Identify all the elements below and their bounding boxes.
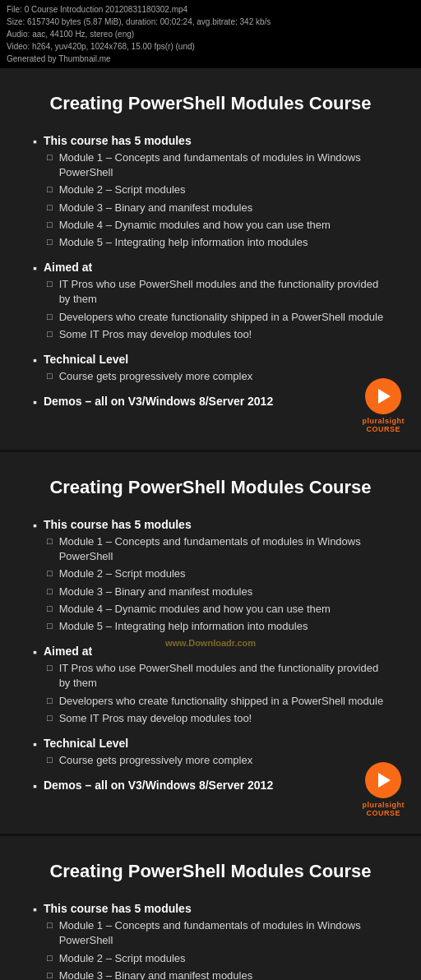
section-2-sublist: □IT Pros who use PowerShell modules and … — [44, 277, 388, 342]
list-item: □IT Pros who use PowerShell modules and … — [47, 661, 388, 691]
list-item-text: Module 4 – Dynamic modules and how you c… — [59, 602, 388, 617]
list-item: □Some IT Pros may develop modules too! — [47, 711, 388, 726]
slide-3-bullet-list: ▪This course has 5 modules□Module 1 – Co… — [33, 902, 388, 980]
section-3-label: Technical Level — [44, 737, 388, 750]
list-item: □Module 4 – Dynamic modules and how you … — [47, 602, 388, 617]
list-item: □Module 3 – Binary and manifest modules — [47, 968, 388, 980]
slides-container: Creating PowerShell Modules Course▪This … — [0, 68, 421, 980]
bullet-marker-icon: ▪ — [33, 135, 37, 148]
section-3-sublist: □Course gets progressively more complex — [44, 753, 388, 768]
list-item-text: Module 1 – Concepts and fundamentals of … — [59, 534, 388, 564]
list-item-text: Course gets progressively more complex — [59, 369, 388, 384]
section-3-content: Technical Level□Course gets progressivel… — [44, 353, 388, 386]
section-3-sublist: □Course gets progressively more complex — [44, 369, 388, 384]
sub-bullet-icon: □ — [47, 713, 53, 723]
top-bar-line2: Size: 6157340 bytes (5.87 MiB), duration… — [7, 16, 414, 28]
section-4-label: Demos – all on V3/Windows 8/Server 2012 — [44, 779, 388, 792]
section-1-content: This course has 5 modules□Module 1 – Con… — [44, 518, 388, 636]
top-bar: File: 0 Course Introduction 201208311803… — [0, 0, 421, 68]
list-item: □Module 2 – Script modules — [47, 951, 388, 966]
bullet-marker-icon: ▪ — [33, 395, 37, 409]
section-1-label: This course has 5 modules — [44, 518, 388, 531]
bullet-marker-icon: ▪ — [33, 354, 37, 367]
sub-bullet-icon: □ — [47, 621, 53, 631]
list-item: □Module 3 – Binary and manifest modules — [47, 585, 388, 599]
pluralsight-text: pluralsightCOURSE — [362, 417, 405, 433]
slide-2-title: Creating PowerShell Modules Course — [33, 477, 388, 498]
slide-2-bullet-list: ▪This course has 5 modules□Module 1 – Co… — [33, 518, 388, 793]
pluralsight-logo: pluralsightCOURSE — [362, 762, 405, 817]
pluralsight-text: pluralsightCOURSE — [362, 801, 405, 817]
pluralsight-logo: pluralsightCOURSE — [362, 378, 405, 433]
list-item: □Developers who create functionality shi… — [47, 310, 388, 325]
list-item-text: Module 3 – Binary and manifest modules — [59, 201, 388, 215]
list-item-text: Module 5 – Integrating help information … — [59, 619, 388, 634]
list-item-text: IT Pros who use PowerShell modules and t… — [59, 277, 388, 307]
section-2-content: Aimed at□IT Pros who use PowerShell modu… — [44, 645, 388, 728]
list-item: □Module 4 – Dynamic modules and how you … — [47, 218, 388, 233]
list-item: □Course gets progressively more complex — [47, 369, 388, 384]
list-item: □Module 3 – Binary and manifest modules — [47, 201, 388, 215]
list-item-text: Module 2 – Script modules — [59, 951, 388, 966]
sub-bullet-icon: □ — [47, 755, 53, 765]
section-1-label: This course has 5 modules — [44, 134, 388, 147]
slide-3-title: Creating PowerShell Modules Course — [33, 861, 388, 882]
slide-1-section-3: ▪Technical Level□Course gets progressive… — [33, 353, 388, 386]
slide-2: Creating PowerShell Modules Course▪This … — [0, 452, 421, 836]
list-item-text: Course gets progressively more complex — [59, 753, 388, 768]
list-item: □Module 1 – Concepts and fundamentals of… — [47, 918, 388, 948]
list-item-text: Module 3 – Binary and manifest modules — [59, 968, 388, 980]
list-item-text: IT Pros who use PowerShell modules and t… — [59, 661, 388, 691]
list-item-text: Some IT Pros may develop modules too! — [59, 327, 388, 342]
section-1-label: This course has 5 modules — [44, 902, 388, 915]
list-item-text: Module 1 – Concepts and fundamentals of … — [59, 150, 388, 180]
sub-bullet-icon: □ — [47, 568, 53, 578]
section-3-label: Technical Level — [44, 353, 388, 366]
sub-bullet-icon: □ — [47, 536, 53, 546]
section-1-sublist: □Module 1 – Concepts and fundamentals of… — [44, 918, 388, 980]
bullet-marker-icon: ▪ — [33, 519, 37, 532]
list-item-text: Developers who create functionality ship… — [59, 694, 388, 709]
play-button-icon[interactable] — [365, 378, 401, 414]
sub-bullet-icon: □ — [47, 184, 53, 194]
list-item-text: Module 5 – Integrating help information … — [59, 235, 388, 250]
section-1-content: This course has 5 modules□Module 1 – Con… — [44, 902, 388, 980]
section-4-content: Demos – all on V3/Windows 8/Server 2012 — [44, 395, 388, 408]
section-1-content: This course has 5 modules□Module 1 – Con… — [44, 134, 388, 252]
list-item: □Developers who create functionality shi… — [47, 694, 388, 709]
slide-1-title: Creating PowerShell Modules Course — [33, 93, 388, 114]
bullet-marker-icon: ▪ — [33, 779, 37, 793]
list-item-text: Module 1 – Concepts and fundamentals of … — [59, 918, 388, 948]
section-2-content: Aimed at□IT Pros who use PowerShell modu… — [44, 261, 388, 344]
bullet-marker-icon: ▪ — [33, 645, 37, 659]
slide-2-section-2: ▪Aimed at□IT Pros who use PowerShell mod… — [33, 645, 388, 728]
sub-bullet-icon: □ — [47, 329, 53, 339]
list-item: □Some IT Pros may develop modules too! — [47, 327, 388, 342]
section-2-label: Aimed at — [44, 261, 388, 274]
slide-1-section-4: ▪Demos – all on V3/Windows 8/Server 2012 — [33, 395, 388, 409]
list-item: □Module 2 – Script modules — [47, 183, 388, 197]
bullet-marker-icon: ▪ — [33, 261, 37, 275]
section-4-label: Demos – all on V3/Windows 8/Server 2012 — [44, 395, 388, 408]
list-item-text: Module 3 – Binary and manifest modules — [59, 585, 388, 599]
list-item: □Module 1 – Concepts and fundamentals of… — [47, 150, 388, 180]
sub-bullet-icon: □ — [47, 920, 53, 930]
top-bar-line5: Generated by Thumbnail.me — [7, 53, 414, 65]
slide-3-section-1: ▪This course has 5 modules□Module 1 – Co… — [33, 902, 388, 980]
sub-bullet-icon: □ — [47, 202, 53, 212]
sub-bullet-icon: □ — [47, 237, 53, 247]
list-item: □Course gets progressively more complex — [47, 753, 388, 768]
list-item: □Module 5 – Integrating help information… — [47, 619, 388, 634]
list-item: □Module 2 – Script modules — [47, 566, 388, 581]
sub-bullet-icon: □ — [47, 586, 53, 596]
sub-bullet-icon: □ — [47, 312, 53, 321]
bullet-marker-icon: ▪ — [33, 903, 37, 916]
slide-1-bullet-list: ▪This course has 5 modules□Module 1 – Co… — [33, 134, 388, 409]
play-button-icon[interactable] — [365, 762, 401, 798]
sub-bullet-icon: □ — [47, 279, 53, 289]
top-bar-line4: Video: h264, yuv420p, 1024x768, 15.00 fp… — [7, 40, 414, 53]
slide-1: Creating PowerShell Modules Course▪This … — [0, 68, 421, 452]
sub-bullet-icon: □ — [47, 603, 53, 613]
play-triangle-icon — [378, 773, 391, 788]
sub-bullet-icon: □ — [47, 152, 53, 162]
